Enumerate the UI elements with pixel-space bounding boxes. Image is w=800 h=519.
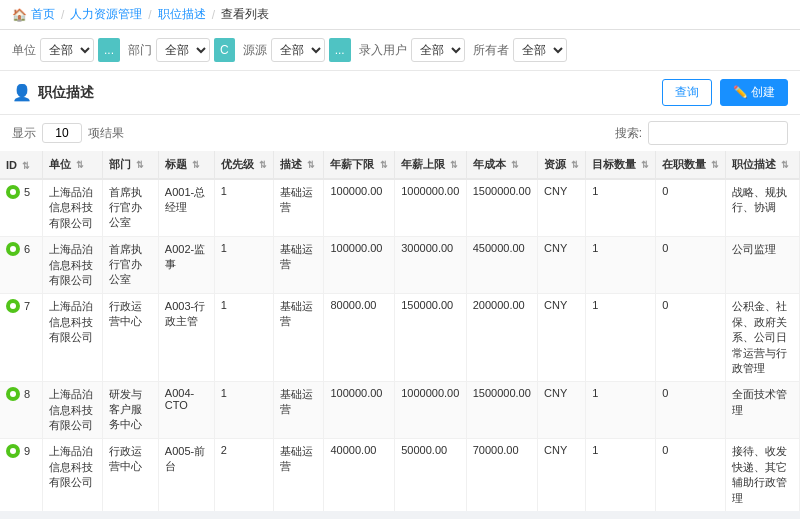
sep2: / (148, 8, 151, 22)
col-priority[interactable]: 优先级 ⇅ (214, 151, 273, 179)
col-desc[interactable]: 描述 ⇅ (273, 151, 324, 179)
cell-current-count: 0 (656, 179, 726, 237)
source-filter-btn[interactable]: ... (329, 38, 351, 62)
cell-job-desc: 接待、收发快递、其它辅助行政管理 (726, 439, 800, 511)
cell-max-salary: 150000.00 (395, 294, 466, 382)
col-id[interactable]: ID ⇅ (0, 151, 43, 179)
sort-icon-id: ⇅ (22, 161, 30, 171)
col-annual-cost[interactable]: 年成本 ⇅ (466, 151, 537, 179)
cell-desc: 基础运营 (273, 179, 324, 237)
cell-annual-cost: 450000.00 (466, 237, 537, 294)
header-buttons: 查询 ✏️ 创建 (662, 79, 788, 106)
cell-unit: 上海品泊信息科技有限公司 (43, 237, 103, 294)
table-controls: 显示 10 项结果 搜索: (0, 115, 800, 151)
col-dept[interactable]: 部门 ⇅ (102, 151, 158, 179)
search-input[interactable] (648, 121, 788, 145)
cell-job-desc: 公司监理 (726, 237, 800, 294)
status-dot[interactable] (6, 299, 20, 313)
create-button[interactable]: ✏️ 创建 (720, 79, 788, 106)
col-min-salary[interactable]: 年薪下限 ⇅ (324, 151, 395, 179)
cell-min-salary: 100000.00 (324, 382, 395, 439)
sort-icon-min: ⇅ (380, 160, 388, 170)
cell-unit: 上海品泊信息科技有限公司 (43, 382, 103, 439)
show-input[interactable]: 10 (42, 123, 82, 143)
breadcrumb-hr[interactable]: 人力资源管理 (70, 6, 142, 23)
sort-icon-max: ⇅ (450, 160, 458, 170)
cell-dept: 首席执行官办公室 (102, 179, 158, 237)
cell-min-salary: 100000.00 (324, 237, 395, 294)
cell-job-desc: 公积金、社保、政府关系、公司日常运营与行政管理 (726, 294, 800, 382)
dept-label: 部门 (128, 42, 152, 59)
cell-target-count: 1 (586, 382, 656, 439)
col-unit[interactable]: 单位 ⇅ (43, 151, 103, 179)
table-header-row: ID ⇅ 单位 ⇅ 部门 ⇅ 标题 ⇅ 优先级 ⇅ 描述 ⇅ 年薪下限 ⇅ 年薪… (0, 151, 800, 179)
search-label: 搜索: (615, 125, 642, 142)
breadcrumb-home[interactable]: 首页 (31, 6, 55, 23)
import-label: 录入用户 (359, 42, 407, 59)
sep3: / (212, 8, 215, 22)
status-dot[interactable] (6, 185, 20, 199)
breadcrumb-job-desc[interactable]: 职位描述 (158, 6, 206, 23)
col-title[interactable]: 标题 ⇅ (158, 151, 214, 179)
sort-icon-cost: ⇅ (511, 160, 519, 170)
cell-desc: 基础运营 (273, 237, 324, 294)
cell-id: 8 (0, 382, 43, 439)
cell-current-count: 0 (656, 439, 726, 511)
search-control: 搜索: (615, 121, 788, 145)
dept-filter-btn[interactable]: C (214, 38, 235, 62)
table-row: 9 上海品泊信息科技有限公司 行政运营中心 A005-前台 2 基础运营 400… (0, 439, 800, 511)
col-current-count[interactable]: 在职数量 ⇅ (656, 151, 726, 179)
cell-priority: 1 (214, 237, 273, 294)
cell-current-count: 0 (656, 294, 726, 382)
table-row: 6 上海品泊信息科技有限公司 首席执行官办公室 A002-监事 1 基础运营 1… (0, 237, 800, 294)
cell-id: 5 (0, 179, 43, 237)
cell-unit: 上海品泊信息科技有限公司 (43, 179, 103, 237)
page-header: 👤 职位描述 查询 ✏️ 创建 (0, 71, 800, 115)
cell-id: 9 (0, 439, 43, 511)
col-job-desc[interactable]: 职位描述 ⇅ (726, 151, 800, 179)
sort-icon-current: ⇅ (711, 160, 719, 170)
cell-current-count: 0 (656, 382, 726, 439)
status-dot[interactable] (6, 387, 20, 401)
sort-icon-unit: ⇅ (76, 160, 84, 170)
cell-dept: 行政运营中心 (102, 439, 158, 511)
col-source[interactable]: 资源 ⇅ (538, 151, 586, 179)
col-max-salary[interactable]: 年薪上限 ⇅ (395, 151, 466, 179)
query-button[interactable]: 查询 (662, 79, 712, 106)
cell-priority: 1 (214, 294, 273, 382)
dept-select[interactable]: 全部 (156, 38, 210, 62)
cell-priority: 2 (214, 439, 273, 511)
owner-label: 所有者 (473, 42, 509, 59)
results-label: 项结果 (88, 125, 124, 142)
sort-icon-priority: ⇅ (259, 160, 267, 170)
sort-icon-source: ⇅ (571, 160, 579, 170)
unit-select[interactable]: 全部 (40, 38, 94, 62)
table-row: 5 上海品泊信息科技有限公司 首席执行官办公室 A001-总经理 1 基础运营 … (0, 179, 800, 237)
filter-bar: 单位 全部 ... 部门 全部 C 源源 全部 ... 录入用户 全部 所有者 … (0, 30, 800, 71)
status-dot[interactable] (6, 242, 20, 256)
cell-max-salary: 300000.00 (395, 237, 466, 294)
cell-max-salary: 50000.00 (395, 439, 466, 511)
cell-dept: 行政运营中心 (102, 294, 158, 382)
cell-priority: 1 (214, 382, 273, 439)
owner-filter: 所有者 全部 (473, 38, 567, 62)
breadcrumb: 🏠 首页 / 人力资源管理 / 职位描述 / 查看列表 (0, 0, 800, 30)
cell-source: CNY (538, 439, 586, 511)
cell-target-count: 1 (586, 179, 656, 237)
cell-desc: 基础运营 (273, 439, 324, 511)
unit-filter-btn[interactable]: ... (98, 38, 120, 62)
cell-annual-cost: 1500000.00 (466, 382, 537, 439)
cell-unit: 上海品泊信息科技有限公司 (43, 294, 103, 382)
cell-title: A005-前台 (158, 439, 214, 511)
cell-title: A001-总经理 (158, 179, 214, 237)
status-dot[interactable] (6, 444, 20, 458)
page-title-wrapper: 👤 职位描述 (12, 83, 94, 102)
cell-title: A003-行政主管 (158, 294, 214, 382)
col-target-count[interactable]: 目标数量 ⇅ (586, 151, 656, 179)
import-select[interactable]: 全部 (411, 38, 465, 62)
source-select[interactable]: 全部 (271, 38, 325, 62)
cell-desc: 基础运营 (273, 294, 324, 382)
cell-max-salary: 1000000.00 (395, 179, 466, 237)
cell-desc: 基础运营 (273, 382, 324, 439)
owner-select[interactable]: 全部 (513, 38, 567, 62)
